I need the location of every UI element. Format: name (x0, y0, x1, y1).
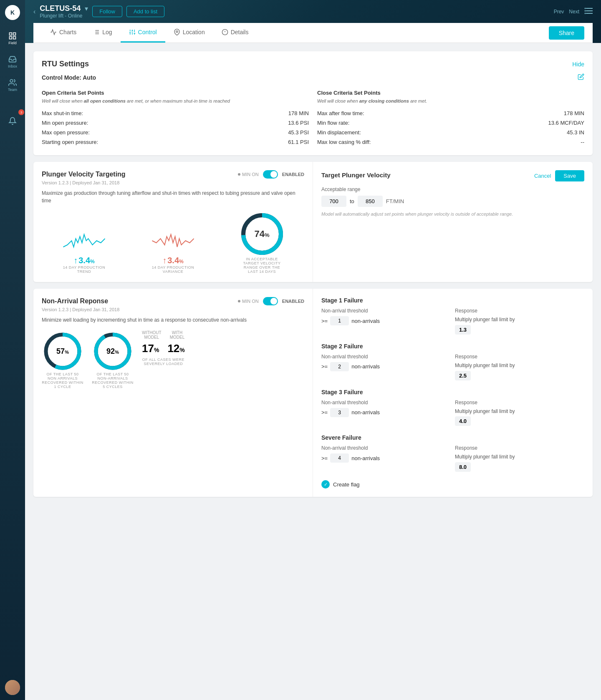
stage-1-title: Stage 1 Failure (321, 297, 584, 304)
donut-value: 74% (254, 229, 269, 239)
plunger-toggle[interactable] (263, 170, 278, 179)
close-criteria-rows: Max after flow time: 178 MIN Min flow ra… (317, 108, 584, 147)
sidebar-item-notifications[interactable]: 3 (3, 111, 23, 131)
sidebar-item-field-label: Field (8, 41, 17, 45)
hamburger-icon[interactable] (584, 8, 593, 16)
svg-rect-2 (10, 37, 12, 39)
header-top: ‹ CLETUS-54 ▾ Plunger lift - Online Foll… (33, 4, 593, 19)
severe-failure-row: Non-arrival threshold >= non-arrivals Re… (321, 445, 584, 472)
well-dropdown-icon[interactable]: ▾ (85, 5, 88, 13)
stage-1-response: Response Multiply plunger fall limit by … (455, 308, 584, 335)
stage-3-threshold-input[interactable] (330, 408, 349, 417)
donut1-value: 57% (56, 347, 69, 355)
flag-check-icon: ✓ (321, 480, 330, 488)
sidebar-item-team[interactable]: Team (3, 75, 23, 95)
non-arrival-right: Stage 1 Failure Non-arrival threshold >=… (313, 289, 593, 497)
svg-point-9 (585, 10, 586, 11)
tab-log[interactable]: Log (85, 23, 120, 43)
save-button[interactable]: Save (555, 170, 584, 181)
target-title: Target Plunger Velocity (321, 171, 391, 179)
add-to-list-button[interactable]: Add to list (126, 6, 164, 17)
non-arrival-feature-header: Non-Arrival Reponse MIN ON ENABLED (42, 297, 304, 305)
plunger-velocity-card: Plunger Velocity Targeting MIN ON ENABLE… (33, 162, 593, 282)
sparklines: ↑3.4% 14 DAY PRODUCTIONTREND ↑3.4% 14 DA… (42, 211, 304, 274)
severe-threshold: Non-arrival threshold >= non-arrivals (321, 445, 451, 472)
sparkline-trend: ↑3.4% 14 DAY PRODUCTIONTREND (42, 228, 126, 274)
tab-bar: Charts Log Control (33, 23, 593, 43)
range-to-input[interactable] (358, 196, 383, 207)
stage-2-threshold-input[interactable] (330, 362, 349, 371)
cancel-button[interactable]: Cancel (534, 173, 551, 179)
donut2-label: OF THE LAST 50NON-ARRIVALSRECOVERED WITH… (92, 372, 134, 389)
criteria-row: Min displacement: 45.3 IN (317, 128, 584, 137)
header-right: Prev Next (554, 8, 593, 16)
sidebar-nav: Field Inbox Team 3 (0, 28, 25, 131)
criteria-row: Max low casing % diff: -- (317, 137, 584, 147)
plunger-velocity-left: Plunger Velocity Targeting MIN ON ENABLE… (33, 162, 313, 282)
criteria-row: Max shut-in time: 178 MIN (42, 108, 309, 118)
severe-threshold-input[interactable] (330, 453, 349, 463)
criteria-row: Min flow rate: 13.6 MCF/DAY (317, 118, 584, 128)
range-note: Model will automatically adjust set poin… (321, 211, 584, 217)
notifications-badge: 3 (18, 109, 24, 115)
without-model-value: 17% (142, 342, 159, 355)
close-criteria-desc: Well will close when any closing conditi… (317, 98, 584, 103)
stage-2-response: Response Multiply plunger fall limit by … (455, 354, 584, 380)
variance-value: ↑3.4% (162, 256, 183, 265)
tab-details[interactable]: Details (213, 23, 257, 43)
well-name: CLETUS-54 (40, 4, 81, 13)
edit-icon[interactable] (578, 73, 584, 81)
variance-sparkline-chart (131, 228, 215, 253)
rtu-hide-button[interactable]: Hide (572, 61, 584, 68)
stage-3-row: Non-arrival threshold >= non-arrivals Re… (321, 400, 584, 426)
stage-1-threshold-input[interactable] (330, 316, 349, 325)
create-flag[interactable]: ✓ Create flag (321, 480, 584, 488)
range-from-input[interactable] (321, 196, 346, 207)
trend-label: 14 DAY PRODUCTIONTREND (63, 265, 106, 274)
next-button[interactable]: Next (569, 9, 579, 15)
create-flag-label: Create flag (333, 481, 360, 488)
rtu-header: RTU Settings Hide (42, 60, 584, 68)
stage-1-response-value: 1.3 (455, 325, 471, 335)
non-arrival-min-on: MIN ON (238, 299, 259, 304)
sidebar-item-field[interactable]: Field (3, 28, 23, 48)
tab-location[interactable]: Location (165, 23, 213, 43)
header: ‹ CLETUS-54 ▾ Plunger lift - Online Foll… (25, 0, 601, 43)
user-avatar[interactable] (5, 680, 20, 695)
variance-label: 14 DAY PRODUCTIONVARIANCE (152, 265, 194, 274)
non-arrival-stats: 57% OF THE LAST 50NON ARRIVALSRECOVERED … (42, 330, 304, 389)
non-arrival-enabled: ENABLED (282, 299, 304, 304)
stage-3-section: Stage 3 Failure Non-arrival threshold >=… (321, 389, 584, 426)
trend-value: ↑3.4% (73, 256, 94, 265)
header-buttons: Follow Add to list (92, 6, 164, 17)
svg-point-4 (10, 80, 13, 83)
non-arrival-left: Non-Arrival Reponse MIN ON ENABLED Versi… (33, 289, 313, 497)
content-area: RTU Settings Hide Control Mode: Auto Ope… (25, 43, 601, 700)
tab-charts[interactable]: Charts (42, 23, 85, 43)
severe-failure-title: Severe Failure (321, 434, 584, 441)
non-arrival-card: Non-Arrival Reponse MIN ON ENABLED Versi… (33, 289, 593, 497)
comparison-values: 17% 12% (142, 342, 185, 355)
non-arrival-version: Version 1.2.3 | Deployed Jan 31, 2018 (42, 307, 304, 312)
plunger-donut: 74% (239, 211, 285, 257)
criteria-row: Max after flow time: 178 MIN (317, 108, 584, 118)
tab-control[interactable]: Control (121, 23, 165, 43)
open-criteria-title: Open Criteria Set Points (42, 90, 309, 96)
control-mode: Control Mode: Auto (42, 73, 584, 81)
sidebar-item-inbox[interactable]: Inbox (3, 52, 23, 72)
acceptable-range-label: Acceptable range (321, 186, 584, 192)
back-button[interactable]: ‹ (33, 8, 35, 15)
plunger-version: Version 1.2.3 | Deployed Jan 31, 2018 (42, 180, 304, 185)
follow-button[interactable]: Follow (92, 6, 122, 17)
sidebar-logo[interactable]: K (5, 5, 20, 20)
prev-button[interactable]: Prev (554, 9, 564, 15)
plunger-enabled-label: ENABLED (282, 172, 304, 177)
donut2-value: 92% (106, 347, 119, 355)
non-arrival-toggle[interactable] (263, 297, 278, 305)
criteria-row: Starting open pressure: 61.1 PSI (42, 137, 309, 147)
share-button[interactable]: Share (549, 26, 584, 40)
open-criteria-desc: Well will close when all open conditions… (42, 98, 309, 103)
range-inputs: to FT/MIN (321, 196, 584, 207)
comparison-desc: OF ALL CASES WERESEVERELY LOADED (142, 358, 185, 366)
stage-1-row: Non-arrival threshold >= non-arrivals Re… (321, 308, 584, 335)
